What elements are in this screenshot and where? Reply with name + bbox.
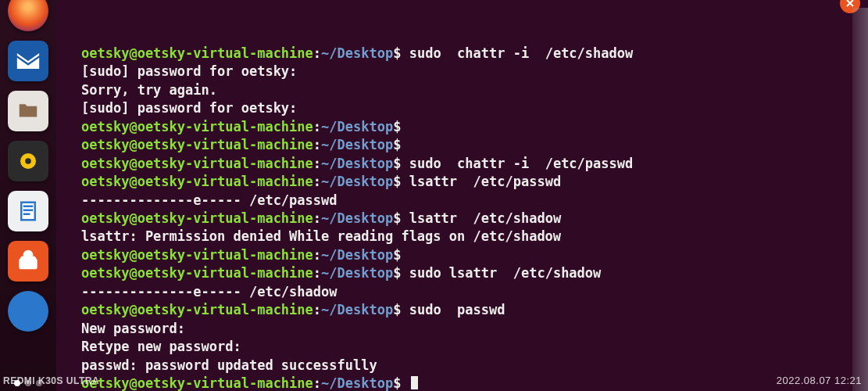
- prompt-user-host: oetsky@oetsky-virtual-machine: [81, 265, 313, 281]
- terminal-prompt-line: oetsky@oetsky-virtual-machine:~/Desktop$…: [81, 210, 857, 228]
- terminal-output-line: passwd: password updated successfully: [81, 357, 857, 375]
- dock-app-software[interactable]: [8, 241, 48, 282]
- prompt-command: [401, 375, 409, 391]
- terminal-output-text: --------------e----- /etc/shadow: [81, 284, 338, 300]
- terminal-output-text: passwd: password updated successfully: [81, 357, 377, 373]
- camera-timestamp: 2022.08.07 12:21: [777, 374, 862, 388]
- prompt-user-host: oetsky@oetsky-virtual-machine: [81, 174, 313, 189]
- prompt-sep: :: [313, 119, 321, 135]
- prompt-user-host: oetsky@oetsky-virtual-machine: [81, 375, 313, 391]
- terminal-prompt-line: oetsky@oetsky-virtual-machine:~/Desktop$…: [81, 301, 857, 319]
- prompt-user-host: oetsky@oetsky-virtual-machine: [81, 247, 313, 263]
- prompt-command: sudo chattr -i /etc/passwd: [401, 156, 633, 171]
- prompt-path: ~/Desktop: [321, 265, 393, 281]
- prompt-sep: :: [313, 210, 321, 226]
- terminal-output-text: New password:: [81, 321, 185, 336]
- dock-app-rhythmbox[interactable]: [8, 141, 48, 181]
- prompt-command: lsattr /etc/shadow: [401, 210, 561, 226]
- prompt-path: ~/Desktop: [321, 302, 393, 317]
- ubuntu-dock: [0, 0, 56, 391]
- prompt-command: sudo passwd: [401, 302, 505, 317]
- terminal-prompt-line: oetsky@oetsky-virtual-machine:~/Desktop$…: [81, 155, 857, 173]
- prompt-dollar: $: [393, 137, 401, 152]
- prompt-dollar: $: [393, 156, 401, 171]
- svg-rect-4: [23, 210, 34, 212]
- prompt-dollar: $: [393, 375, 401, 391]
- camera-watermark: REDMI K30S ULTRA: [3, 375, 99, 388]
- terminal-prompt-line: oetsky@oetsky-virtual-machine:~/Desktop$…: [81, 173, 857, 191]
- prompt-dollar: $: [393, 247, 401, 263]
- prompt-sep: :: [313, 302, 321, 317]
- prompt-path: ~/Desktop: [321, 247, 393, 263]
- prompt-user-host: oetsky@oetsky-virtual-machine: [81, 137, 313, 152]
- prompt-dollar: $: [393, 45, 401, 61]
- terminal-prompt-line: oetsky@oetsky-virtual-machine:~/Desktop$: [81, 118, 857, 136]
- terminal-output-line: New password:: [81, 320, 857, 338]
- terminal-output-text: [sudo] password for oetsky:: [81, 100, 297, 116]
- prompt-sep: :: [313, 45, 321, 61]
- prompt-dollar: $: [393, 265, 401, 281]
- prompt-command: lsattr /etc/passwd: [401, 174, 561, 189]
- prompt-path: ~/Desktop: [321, 174, 393, 189]
- prompt-user-host: oetsky@oetsky-virtual-machine: [81, 210, 313, 226]
- svg-rect-5: [23, 213, 30, 216]
- prompt-dollar: $: [393, 119, 401, 135]
- prompt-user-host: oetsky@oetsky-virtual-machine: [81, 119, 313, 135]
- terminal-output-line: Sorry, try again.: [81, 81, 857, 99]
- dock-app-writer[interactable]: [8, 191, 48, 231]
- prompt-sep: :: [313, 156, 321, 171]
- terminal-output-line: --------------e----- /etc/passwd: [81, 192, 857, 210]
- prompt-path: ~/Desktop: [321, 45, 393, 61]
- prompt-user-host: oetsky@oetsky-virtual-machine: [81, 302, 313, 317]
- prompt-command: sudo chattr -i /etc/shadow: [401, 45, 633, 61]
- prompt-sep: :: [313, 265, 321, 281]
- dock-app-thunderbird[interactable]: [8, 41, 48, 81]
- terminal-output-text: Retype new password:: [81, 339, 241, 354]
- terminal-prompt-line: oetsky@oetsky-virtual-machine:~/Desktop$: [81, 375, 857, 391]
- terminal-output-text: Sorry, try again.: [81, 82, 217, 98]
- prompt-path: ~/Desktop: [321, 375, 393, 391]
- terminal-output-line: Retype new password:: [81, 338, 857, 356]
- prompt-user-host: oetsky@oetsky-virtual-machine: [81, 156, 313, 171]
- terminal-output-line: --------------e----- /etc/shadow: [81, 283, 857, 301]
- prompt-sep: :: [313, 375, 321, 391]
- screen-right-bezel: [852, 8, 868, 391]
- terminal-output-line: lsattr: Permission denied While reading …: [81, 228, 857, 246]
- terminal-prompt-line: oetsky@oetsky-virtual-machine:~/Desktop$: [81, 136, 857, 154]
- prompt-sep: :: [313, 174, 321, 189]
- terminal-output-text: lsattr: Permission denied While reading …: [81, 228, 561, 244]
- dock-app-firefox[interactable]: [8, 0, 48, 31]
- terminal-cursor: [411, 376, 418, 389]
- prompt-sep: :: [313, 247, 321, 263]
- terminal-output-line: [sudo] password for oetsky:: [81, 99, 857, 117]
- prompt-sep: :: [313, 137, 321, 152]
- prompt-path: ~/Desktop: [321, 137, 393, 152]
- prompt-path: ~/Desktop: [321, 156, 393, 171]
- prompt-dollar: $: [393, 210, 401, 226]
- terminal-prompt-line: oetsky@oetsky-virtual-machine:~/Desktop$: [81, 246, 857, 264]
- terminal-output-line: [sudo] password for oetsky:: [81, 63, 857, 81]
- dock-app-files[interactable]: [8, 91, 48, 131]
- prompt-path: ~/Desktop: [321, 119, 393, 135]
- svg-point-1: [25, 158, 31, 164]
- prompt-user-host: oetsky@oetsky-virtual-machine: [81, 45, 313, 61]
- terminal-body[interactable]: oetsky@oetsky-virtual-machine:~/Desktop$…: [56, 0, 868, 391]
- terminal-prompt-line: oetsky@oetsky-virtual-machine:~/Desktop$…: [81, 45, 857, 63]
- dock-app-partial[interactable]: [8, 291, 48, 332]
- svg-rect-3: [23, 206, 34, 208]
- prompt-dollar: $: [393, 302, 401, 317]
- prompt-command: sudo lsattr /etc/shadow: [401, 265, 601, 281]
- terminal-output-text: --------------e----- /etc/passwd: [81, 192, 338, 208]
- prompt-path: ~/Desktop: [321, 210, 393, 226]
- prompt-dollar: $: [393, 174, 401, 189]
- terminal-prompt-line: oetsky@oetsky-virtual-machine:~/Desktop$…: [81, 264, 857, 282]
- terminal-output-text: [sudo] password for oetsky:: [81, 63, 297, 79]
